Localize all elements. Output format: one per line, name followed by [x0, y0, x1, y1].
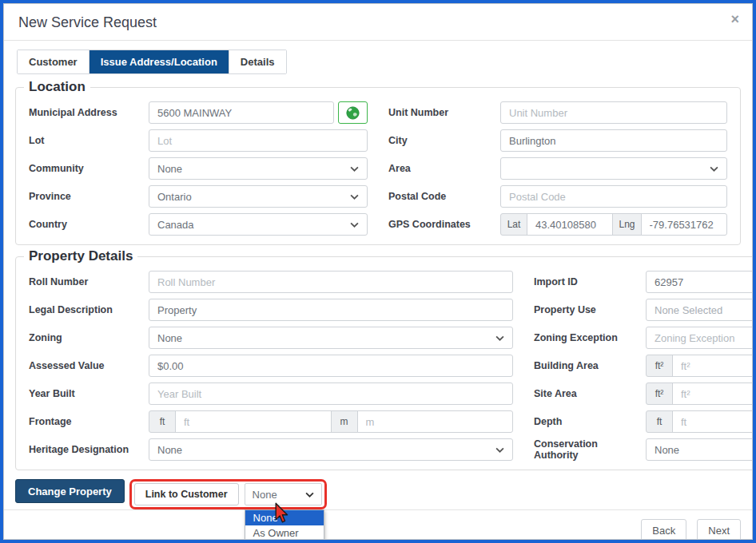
property-use-select-value: None Selected [655, 304, 722, 316]
building-area-ft2-input[interactable] [672, 355, 753, 377]
tab-issue-address-location[interactable]: Issue Address/Location [89, 50, 229, 73]
map-locate-button[interactable] [338, 101, 368, 124]
postal-code-input[interactable] [500, 185, 727, 208]
modal-annotation-border: New Service Request × Customer Issue Add… [0, 0, 756, 543]
frontage-label: Frontage [29, 416, 149, 427]
back-button[interactable]: Back [641, 519, 686, 540]
zoning-exception-input[interactable] [646, 327, 753, 349]
site-area-ft2-input[interactable] [672, 382, 753, 405]
import-id-input[interactable] [646, 271, 753, 293]
tab-customer[interactable]: Customer [18, 50, 89, 73]
roll-number-row: Roll Number [29, 271, 513, 293]
site-area-label: Site Area [534, 388, 646, 399]
tab-bar: Customer Issue Address/Location Details [17, 50, 287, 74]
assessed-value-input[interactable] [149, 355, 513, 377]
link-to-customer-button[interactable]: Link to Customer [134, 483, 239, 505]
zoning-label: Zoning [29, 332, 149, 343]
country-select[interactable]: Canada [149, 213, 368, 236]
chevron-down-icon [350, 166, 359, 172]
link-type-select-value: None [253, 489, 277, 501]
property-use-label: Property Use [534, 304, 646, 315]
assessed-value-label: Assessed Value [29, 360, 149, 371]
lot-label: Lot [29, 135, 149, 146]
chevron-down-icon [350, 222, 359, 228]
chevron-down-icon [710, 166, 718, 172]
latitude-input[interactable] [527, 213, 613, 236]
location-section: Location Municipal Address [15, 79, 741, 245]
year-built-input[interactable] [149, 382, 513, 405]
city-row: City [388, 129, 727, 152]
year-built-label: Year Built [29, 388, 149, 399]
zoning-select[interactable]: None [149, 327, 513, 349]
lot-input[interactable] [149, 129, 368, 152]
community-row: Community None [29, 157, 368, 180]
chevron-down-icon [305, 492, 314, 497]
zoning-select-value: None [157, 332, 182, 344]
depth-row: Depth ft m [534, 410, 753, 433]
lat-addon: Lat [500, 213, 527, 236]
province-select-value: Ontario [157, 191, 192, 203]
ft2-addon: ft² [646, 382, 673, 405]
city-input[interactable] [500, 129, 727, 152]
depth-ft-input[interactable] [672, 410, 753, 433]
location-legend: Location [24, 79, 90, 95]
lot-row: Lot [29, 129, 368, 152]
property-details-section: Property Details Roll Number Legal Descr… [15, 248, 753, 470]
globe-icon [346, 106, 360, 120]
gps-row: GPS Coordinates Lat Lng [388, 213, 727, 236]
zoning-exception-label: Zoning Exception [534, 332, 646, 343]
frontage-ft-input[interactable] [175, 410, 332, 433]
frontage-m-input[interactable] [357, 410, 514, 433]
longitude-input[interactable] [641, 213, 727, 236]
conservation-authority-label: Conservation Authority [534, 438, 646, 461]
property-left-column: Roll Number Legal Description Zoning [29, 265, 513, 461]
roll-number-input[interactable] [149, 271, 513, 293]
next-button[interactable]: Next [697, 519, 741, 540]
postal-code-row: Postal Code [388, 185, 727, 208]
municipal-address-label: Municipal Address [29, 107, 149, 118]
link-type-select[interactable]: None None As Owner As Tenant [245, 483, 322, 505]
community-select-value: None [157, 163, 182, 175]
zoning-exception-row: Zoning Exception [534, 327, 753, 349]
country-select-value: Canada [157, 219, 194, 231]
actions-row: Change Property Link to Customer None No… [15, 479, 741, 509]
province-label: Province [29, 191, 149, 202]
property-use-select[interactable]: None Selected [646, 299, 753, 321]
frontage-row: Frontage ft m [29, 410, 513, 433]
heritage-select-value: None [157, 444, 182, 456]
legal-description-input[interactable] [149, 299, 513, 321]
country-row: Country Canada [29, 213, 368, 236]
community-select[interactable]: None [149, 157, 368, 180]
change-property-button[interactable]: Change Property [15, 479, 125, 503]
ft-addon: ft [149, 410, 176, 433]
tab-details[interactable]: Details [229, 50, 286, 73]
heritage-designation-row: Heritage Designation None [29, 438, 513, 461]
link-type-dropdown: None As Owner As Tenant [245, 509, 324, 540]
property-details-legend: Property Details [24, 248, 137, 264]
close-icon[interactable]: × [730, 12, 739, 26]
dropdown-option-as-owner[interactable]: As Owner [245, 525, 324, 540]
ft-addon: ft [646, 410, 673, 433]
building-area-label: Building Area [534, 360, 646, 371]
modal-footer: Back Next [4, 509, 752, 540]
dropdown-option-none[interactable]: None [245, 510, 324, 525]
location-left-column: Municipal Address Lot [29, 96, 368, 236]
unit-number-input[interactable] [500, 101, 727, 124]
roll-number-label: Roll Number [29, 276, 149, 287]
postal-code-label: Postal Code [388, 191, 500, 202]
municipal-address-input[interactable] [149, 101, 334, 124]
property-use-row: Property Use None Selected [534, 299, 753, 321]
import-id-row: Import ID [534, 271, 753, 293]
chevron-down-icon [495, 335, 504, 341]
heritage-designation-select[interactable]: None [149, 438, 513, 461]
conservation-authority-select[interactable]: None [646, 438, 753, 461]
municipal-address-row: Municipal Address [29, 101, 368, 124]
legal-description-label: Legal Description [29, 304, 149, 315]
m-addon: m [331, 410, 358, 433]
area-select[interactable] [500, 157, 727, 180]
province-select[interactable]: Ontario [149, 185, 368, 208]
province-row: Province Ontario [29, 185, 368, 208]
unit-number-row: Unit Number [388, 101, 727, 124]
assessed-value-row: Assessed Value [29, 355, 513, 377]
building-area-row: Building Area ft² m² [534, 355, 753, 377]
